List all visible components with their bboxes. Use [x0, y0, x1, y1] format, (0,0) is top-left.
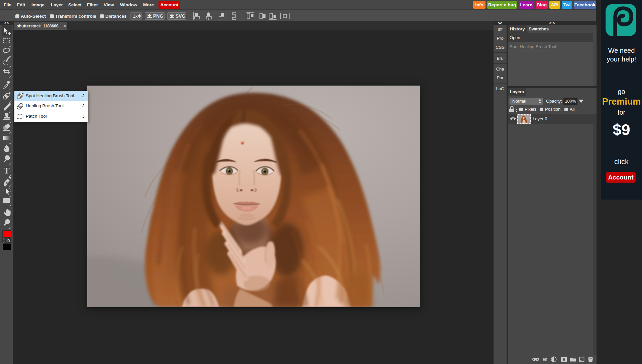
svg-text:T: T	[4, 166, 9, 175]
svg-text:eff: eff	[543, 357, 547, 362]
svg-text:D: D	[7, 239, 10, 243]
svg-text::: :	[516, 107, 517, 113]
